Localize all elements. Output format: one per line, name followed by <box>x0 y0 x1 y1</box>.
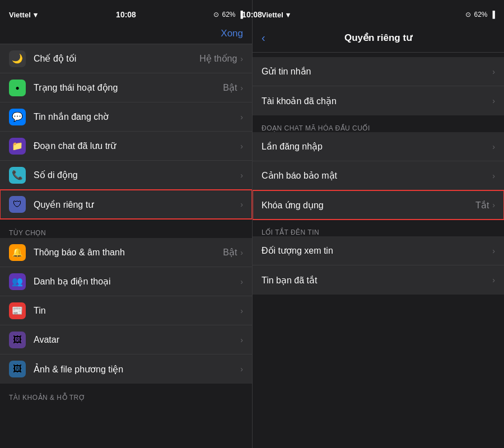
avatar-icon: 🖼 <box>9 332 26 348</box>
activity-status-value: Bật <box>223 82 237 93</box>
right-time: 10:08 <box>252 10 262 19</box>
muted-item[interactable]: Tin bạn đã tắt › <box>253 265 504 295</box>
avatar-label: Avatar <box>34 335 240 345</box>
avatar-item[interactable]: 🖼 Avatar › <box>0 325 252 354</box>
pending-messages-icon: 💬 <box>9 109 26 125</box>
done-button[interactable]: Xong <box>221 28 243 39</box>
left-time: 10:08 <box>116 10 136 19</box>
left-phone-panel: Viettel ▾ 10:08 ⊙ 62% ▐ Xong 🌙 Chế độ tố… <box>0 0 252 448</box>
security-warning-chevron: › <box>492 171 495 180</box>
notifications-chevron: › <box>240 248 243 257</box>
right-battery-icon: ⊙ <box>465 11 471 18</box>
shortcuts-group: Đối tượng xem tin › Tin bạn đã tắt › <box>253 236 504 295</box>
dark-mode-chevron: › <box>240 54 243 63</box>
app-lock-value: Tắt <box>475 200 489 211</box>
blocked-accounts-label: Tài khoản đã chặn <box>262 96 492 106</box>
right-status-bar: Viettel ▾ 10:08 ⊙ 62% ▐ <box>253 0 504 25</box>
messaging-group: Gửi tin nhắn › Tài khoản đã chặn › <box>253 57 504 115</box>
privacy-item[interactable]: 🛡 Quyền riêng tư › <box>0 190 252 219</box>
left-status-bar: Viettel ▾ 10:08 ⊙ 62% ▐ <box>0 0 252 25</box>
blocked-accounts-chevron: › <box>492 96 495 105</box>
right-gap-2: LỐI TẮT ĐÊN TIN <box>253 220 504 236</box>
security-warning-item[interactable]: Cảnh báo bảo mật › <box>253 161 504 190</box>
activity-status-chevron: › <box>240 83 243 92</box>
login-count-chevron: › <box>492 142 495 151</box>
activity-status-item[interactable]: ● Trạng thái hoạt động Bật › <box>0 73 252 102</box>
avatar-chevron: › <box>240 335 243 344</box>
left-carrier: Viettel ▾ <box>9 11 38 19</box>
dark-mode-icon: 🌙 <box>9 50 26 67</box>
contacts-icon: 👥 <box>9 273 26 290</box>
archived-chats-item[interactable]: 📁 Đoạn chat đã lưu trữ › <box>0 132 252 161</box>
media-item[interactable]: 🖼 Ảnh & file phương tiện › <box>0 354 252 384</box>
contacts-label: Danh bạ điện thoại <box>34 276 240 287</box>
muted-chevron: › <box>492 276 495 284</box>
right-nav-title: Quyền riêng tư <box>344 32 412 44</box>
media-label: Ảnh & file phương tiện <box>34 364 240 375</box>
contacts-item[interactable]: 👥 Danh bạ điện thoại › <box>0 267 252 296</box>
privacy-label: Quyền riêng tư <box>34 199 240 210</box>
blocked-accounts-item[interactable]: Tài khoản đã chặn › <box>253 86 504 115</box>
account-section-label: TÀI KHOẢN & HỖ TRỢ <box>0 384 252 405</box>
news-icon: 📰 <box>9 302 26 319</box>
archived-chats-chevron: › <box>240 142 243 151</box>
news-label: Tin <box>34 306 240 316</box>
wifi-icon: ▾ <box>34 11 38 19</box>
encryption-group: Lần đăng nhập › Cảnh báo bảo mật › Khóa … <box>253 132 504 220</box>
privacy-chevron: › <box>240 200 243 209</box>
activity-status-icon: ● <box>9 80 26 96</box>
pending-messages-item[interactable]: 💬 Tin nhắn đang chờ › <box>0 102 252 132</box>
main-settings-group: 🌙 Chế độ tối Hệ thống › ● Trạng thái hoạ… <box>0 44 252 219</box>
archived-chats-icon: 📁 <box>9 138 26 155</box>
dark-mode-item[interactable]: 🌙 Chế độ tối Hệ thống › <box>0 44 252 73</box>
contacts-chevron: › <box>240 277 243 286</box>
options-settings-group: 🔔 Thông báo & âm thanh Bật › 👥 Danh bạ đ… <box>0 238 252 384</box>
notifications-icon: 🔔 <box>9 244 26 261</box>
back-chevron-icon: ‹ <box>262 31 265 44</box>
phone-number-chevron: › <box>240 171 243 180</box>
right-battery: ⊙ 62% ▐ <box>465 11 495 18</box>
notifications-item[interactable]: 🔔 Thông báo & âm thanh Bật › <box>0 238 252 267</box>
gap-2: TÀI KHOẢN & HỖ TRỢ <box>0 384 252 403</box>
right-settings-list: Gửi tin nhắn › Tài khoản đã chặn › ĐOẠN … <box>253 53 504 448</box>
phone-number-item[interactable]: 📞 Số di động › <box>0 161 252 190</box>
right-nav-bar: ‹ Quyền riêng tư <box>253 25 504 53</box>
pending-messages-chevron: › <box>240 113 243 122</box>
right-wifi-icon: ▾ <box>286 11 290 19</box>
news-item[interactable]: 📰 Tin › <box>0 296 252 325</box>
login-count-item[interactable]: Lần đăng nhập › <box>253 132 504 161</box>
left-nav-bar: Xong <box>0 25 252 44</box>
privacy-icon: 🛡 <box>9 196 26 213</box>
pending-messages-label: Tin nhắn đang chờ <box>34 111 240 122</box>
viewer-chevron: › <box>492 246 495 255</box>
send-message-item[interactable]: Gửi tin nhắn › <box>253 57 504 86</box>
app-lock-chevron: › <box>492 200 495 209</box>
activity-status-label: Trạng thái hoạt động <box>34 82 223 93</box>
battery-icon: ⊙ <box>213 11 219 18</box>
dark-mode-value: Hệ thống <box>199 53 237 64</box>
phone-number-icon: 📞 <box>9 167 26 184</box>
notifications-value: Bật <box>223 247 237 258</box>
back-button[interactable]: ‹ <box>262 31 265 44</box>
archived-chats-label: Đoạn chat đã lưu trữ <box>34 141 240 151</box>
send-message-chevron: › <box>492 67 495 76</box>
send-message-label: Gửi tin nhắn <box>262 66 492 77</box>
media-icon: 🖼 <box>9 361 26 377</box>
viewer-item[interactable]: Đối tượng xem tin › <box>253 236 504 265</box>
notifications-label: Thông báo & âm thanh <box>34 248 223 258</box>
right-battery-bar-icon: ▐ <box>490 11 495 18</box>
right-carrier: Viettel ▾ <box>262 11 290 19</box>
right-phone-panel: Viettel ▾ 10:08 ⊙ 62% ▐ ‹ Quyền riêng tư… <box>252 0 504 448</box>
gap-1: TÙY CHỌN <box>0 219 252 238</box>
app-lock-item[interactable]: Khóa ứng dụng Tắt › <box>253 190 504 220</box>
news-chevron: › <box>240 306 243 315</box>
viewer-label: Đối tượng xem tin <box>262 245 492 256</box>
media-chevron: › <box>240 365 243 374</box>
right-gap-1: ĐOẠN CHAT MÃ HÓA ĐẦU CUỐI <box>253 115 504 132</box>
left-settings-list: 🌙 Chế độ tối Hệ thống › ● Trạng thái hoạ… <box>0 44 252 448</box>
options-section-label: TÙY CHỌN <box>0 219 252 240</box>
phone-number-label: Số di động <box>34 170 240 180</box>
app-lock-label: Khóa ứng dụng <box>262 200 475 211</box>
left-battery: ⊙ 62% ▐ <box>213 11 243 18</box>
dark-mode-label: Chế độ tối <box>34 53 199 64</box>
